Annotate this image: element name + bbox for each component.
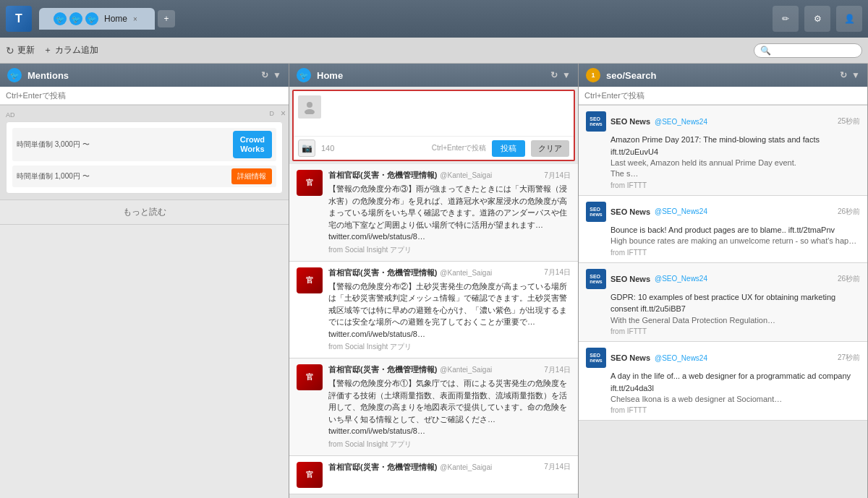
seo-menu-btn[interactable]: ▼ (851, 70, 860, 80)
seo-tweet-time: 26秒前 (838, 207, 860, 217)
home-menu-btn[interactable]: ▼ (562, 70, 571, 80)
svg-point-0 (307, 102, 312, 108)
seo-tweet-handle: @SEO_News24 (655, 118, 707, 126)
tweet-avatar-img: 官 (297, 364, 323, 390)
tweet-item: 官 首相官邸(災害・危機管理情報) @Kantei_Saigai 7月14日 【… (289, 262, 578, 359)
home-refresh-btn[interactable]: ↻ (550, 70, 558, 80)
tweet-date: 7月14日 (544, 462, 571, 472)
tweet-header: 首相官邸(災害・危機管理情報) @Kantei_Saigai 7月14日 (328, 170, 571, 181)
search-icon: 🔍 (760, 46, 771, 56)
tweet-source: from Social Insight アプリ (328, 342, 571, 352)
compose-clear-button[interactable]: クリア (531, 140, 569, 157)
home-header: 🐦 Home ↻ ▼ (289, 64, 578, 87)
seo-tweet-name: SEO News (610, 117, 650, 126)
tab-close-button[interactable]: × (133, 15, 137, 23)
ad-close-button[interactable]: × (281, 108, 286, 119)
crowd-works-line1: Crowd (240, 135, 265, 145)
tweet-avatar: 官 (297, 364, 323, 390)
seo-input[interactable] (579, 87, 867, 105)
seo-tweet-text: Bounce is back! And product pages are to… (610, 224, 860, 236)
toolbar: ↻ 更新 ＋ カラム追加 🔍 (0, 38, 868, 64)
seo-count-badge: 1 (586, 68, 600, 82)
seo-tweet-avatar: SEOnews (586, 111, 606, 132)
seo-tweet-source: from IFTTT (610, 406, 860, 414)
compose-photo-button[interactable]: 📷 (298, 139, 315, 157)
compose-submit-button[interactable]: 投稿 (492, 140, 525, 157)
tweet-body: 首相官邸(災害・危機管理情報) @Kantei_Saigai 7月14日 (328, 462, 571, 488)
home-icon: 🐦 (297, 68, 311, 82)
mentions-header-actions: ↻ ▼ (261, 70, 281, 80)
tweet-avatar-img: 官 (297, 267, 323, 293)
tweet-date: 7月14日 (544, 267, 571, 278)
ad-text-1: 時間単価制 3,000円 〜 (17, 139, 227, 150)
tweet-date: 7月14日 (544, 365, 571, 375)
seo-tweet-header: SEOnews SEO News @SEO_News24 25秒前 (586, 111, 860, 132)
search-box[interactable]: 🔍 (754, 43, 862, 58)
add-column-button[interactable]: ＋ カラム追加 (43, 44, 98, 56)
seo-tweet-time: 25秒前 (838, 116, 860, 126)
ad-text-2: 時間単価制 1,000円 〜 (17, 171, 226, 181)
seo-tweet-avatar: SEOnews (586, 348, 606, 368)
edit-button[interactable]: ✏ (773, 6, 799, 32)
compose-avatar (298, 95, 321, 119)
tweet-name: 首相官邸(災害・危機管理情報) (328, 267, 437, 278)
tweet-avatar: 官 (297, 462, 323, 488)
active-tab[interactable]: 🐦 🐦 🐦 Home × (39, 8, 155, 30)
tweet-body: 首相官邸(災害・危機管理情報) @Kantei_Saigai 7月14日 【警報… (328, 364, 571, 450)
seo-tweet-text: GDPR: 10 examples of best practice UX fo… (610, 291, 860, 315)
seo-tweet-source: from IFTTT (610, 327, 860, 335)
seo-tweet-excerpt: Last week, Amazon held its annual Prime … (610, 158, 860, 168)
ad-detail-button[interactable]: 詳細情報 (231, 168, 272, 184)
seo-tweet-item: SEOnews SEO News @SEO_News24 27秒前 A day … (579, 342, 867, 421)
home-tweet-list: 官 首相官邸(災害・危機管理情報) @Kantei_Saigai 7月14日 【… (289, 164, 578, 498)
mentions-column: 🐦 Mentions ↻ ▼ AD D × 時間単価制 3,000円 〜 Cro… (0, 64, 289, 498)
seo-tweet-handle: @SEO_News24 (655, 354, 707, 362)
tweet-handle: @Kantei_Saigai (440, 171, 492, 179)
compose-textarea[interactable] (326, 95, 569, 132)
new-tab-button[interactable]: + (158, 10, 175, 27)
account-button[interactable]: 👤 (836, 6, 862, 32)
seo-tweet-text: Amazon Prime Day 2017: The mind-blowing … (610, 134, 860, 158)
seo-tweet-avatar: SEOnews (586, 202, 606, 222)
svg-point-1 (305, 109, 315, 114)
browser-chrome: T 🐦 🐦 🐦 Home × + ✏ ⚙ 👤 (0, 0, 868, 38)
seo-refresh-btn[interactable]: ↻ (840, 70, 847, 80)
tweet-name: 首相官邸(災害・危機管理情報) (328, 170, 437, 181)
refresh-button[interactable]: ↻ 更新 (6, 44, 35, 56)
seo-tweet-excerpt2: The s… (610, 168, 860, 179)
mentions-refresh-btn[interactable]: ↻ (261, 70, 268, 80)
tweet-avatar-img: 官 (297, 170, 323, 196)
seo-tweet-header: SEOnews SEO News @SEO_News24 26秒前 (586, 202, 860, 222)
ad-row-1: 時間単価制 3,000円 〜 Crowd Works (12, 128, 276, 161)
seo-tweet-text: A day in the life of... a web designer f… (610, 370, 860, 394)
search-input[interactable] (774, 46, 856, 55)
ad-row-2: 時間単価制 1,000円 〜 詳細情報 (12, 166, 276, 187)
crowd-works-logo[interactable]: Crowd Works (233, 131, 272, 158)
mentions-input[interactable] (0, 87, 289, 105)
tweet-date: 7月14日 (544, 171, 571, 181)
compose-user-row (294, 91, 574, 136)
seo-tweet-name: SEO News (610, 275, 650, 283)
home-title: Home (317, 70, 545, 81)
tweet-body: 首相官邸(災害・危機管理情報) @Kantei_Saigai 7月14日 【警報… (328, 267, 571, 353)
bird-icon-1: 🐦 (54, 12, 67, 25)
ad-label: AD (6, 111, 283, 119)
mentions-menu-btn[interactable]: ▼ (273, 70, 281, 80)
seo-header-actions: ↻ ▼ (840, 70, 860, 80)
compose-area: 📷 140 Ctrl+Enterで投稿 投稿 クリア (292, 90, 575, 161)
mentions-title: Mentions (27, 70, 255, 81)
seo-tweet-source: from IFTTT (610, 249, 860, 257)
tweet-text: 【警報の危険度分布①】気象庁では、雨による災害発生の危険度を評価する技術（土壌雨… (328, 377, 571, 437)
tweet-item: 官 首相官邸(災害・危機管理情報) @Kantei_Saigai 7月14日 【… (289, 164, 578, 262)
tweet-source: from Social Insight アプリ (328, 245, 571, 255)
seo-tweet-avatar: SEOnews (586, 269, 606, 289)
refresh-label: 更新 (17, 44, 35, 56)
tweet-header: 首相官邸(災害・危機管理情報) @Kantei_Saigai 7月14日 (328, 462, 571, 473)
settings-button[interactable]: ⚙ (804, 6, 830, 32)
read-more-button[interactable]: もっと読む (0, 200, 289, 225)
bird-icon-3: 🐦 (85, 12, 98, 25)
home-column: 🐦 Home ↻ ▼ 📷 140 Ctrl+En (289, 64, 579, 498)
tweet-header: 首相官邸(災害・危機管理情報) @Kantei_Saigai 7月14日 (328, 267, 571, 278)
seo-title: seo/Search (606, 70, 834, 81)
tab-label: Home (104, 14, 127, 24)
